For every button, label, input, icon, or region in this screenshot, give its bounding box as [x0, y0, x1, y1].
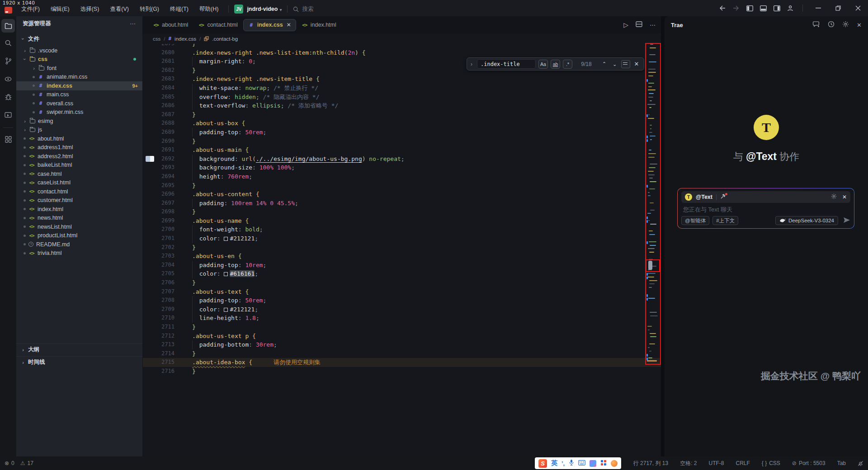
- source-control-icon[interactable]: [1, 53, 15, 69]
- account-icon[interactable]: [783, 0, 797, 16]
- eol-status[interactable]: CRLF: [736, 460, 750, 466]
- code-line-2692[interactable]: 2692 background: url(./../esimg/img/abou…: [143, 155, 661, 164]
- tab-status[interactable]: Tab: [837, 460, 846, 466]
- menu-终端[interactable]: 终端(T): [165, 4, 193, 14]
- breadcrumb-file[interactable]: index.css: [175, 36, 196, 42]
- chat-input-placeholder[interactable]: 您正在与 Text 聊天: [683, 206, 850, 214]
- tree-item-address2.html[interactable]: <>address2.html: [16, 152, 142, 161]
- chat-close-icon[interactable]: ✕: [842, 194, 847, 200]
- encoding-status[interactable]: UTF-8: [708, 460, 724, 466]
- code-line-2691[interactable]: 2691.about-us-main {: [143, 146, 661, 155]
- code-line-2690[interactable]: 2690}: [143, 137, 661, 146]
- code-line-2701[interactable]: 2701 color: #212121;: [143, 234, 661, 243]
- code-line-2716[interactable]: 2716}: [143, 367, 661, 376]
- errors-status[interactable]: ⊗0: [5, 460, 14, 466]
- editor-more-actions-icon[interactable]: ⋯: [650, 22, 656, 28]
- code-line-2700[interactable]: 2700 font-weight: bold;: [143, 225, 661, 234]
- tree-item-css[interactable]: ›css: [16, 55, 142, 64]
- code-line-2697[interactable]: 2697 padding: 100rem 14% 0 45.5%;: [143, 199, 661, 208]
- color-swatch[interactable]: [224, 308, 228, 312]
- tree-item-about.html[interactable]: <>about.html: [16, 134, 142, 143]
- find-previous-icon[interactable]: ⌃: [600, 61, 608, 67]
- code-line-2712[interactable]: 2712.about-us-text p {: [143, 332, 661, 341]
- toggle-secondary-sidebar-icon[interactable]: [770, 0, 783, 16]
- whole-word-button[interactable]: ab: [551, 60, 560, 69]
- tree-item-address1.html[interactable]: <>address1.html: [16, 143, 142, 152]
- tab-close-icon[interactable]: ✕: [287, 22, 291, 28]
- tree-item-newsList.html[interactable]: <>newsList.html: [16, 222, 142, 231]
- split-editor-icon[interactable]: [636, 21, 642, 28]
- remote-explorer-icon[interactable]: [1, 71, 15, 87]
- color-swatch[interactable]: [224, 237, 228, 241]
- tree-item-index.html[interactable]: <>index.html: [16, 205, 142, 214]
- tab-index.html[interactable]: <>index.html: [297, 19, 341, 31]
- code-line-2699[interactable]: 2699.about-us-name {: [143, 216, 661, 226]
- sogou-logo-icon[interactable]: S: [538, 459, 547, 468]
- code-line-2702[interactable]: 2702}: [143, 243, 661, 252]
- tree-item-customer.html[interactable]: <>customer.html: [16, 196, 142, 205]
- toggle-panel-icon[interactable]: [756, 0, 770, 16]
- code-line-2710[interactable]: 2710 line-height: 1.8;: [143, 314, 661, 323]
- explorer-icon[interactable]: [1, 19, 15, 33]
- breadcrumb-symbol[interactable]: .contact-bg: [212, 36, 238, 42]
- code-line-2683[interactable]: 2683.index-news-right .news-item-title {: [143, 75, 661, 84]
- regex-button[interactable]: .*: [563, 60, 572, 69]
- workspace-badge[interactable]: JV: [234, 5, 243, 14]
- match-case-button[interactable]: Aa: [538, 60, 548, 69]
- tree-item-baikeList.html[interactable]: <>baikeList.html: [16, 161, 142, 170]
- live-preview-icon[interactable]: [1, 108, 15, 123]
- tree-item-overall.css[interactable]: #overall.css: [16, 99, 142, 108]
- find-next-icon[interactable]: ⌃: [611, 61, 618, 67]
- ime-keyboard-icon[interactable]: [578, 460, 585, 467]
- tree-item-main.css[interactable]: #main.css: [16, 90, 142, 99]
- code-line-2709[interactable]: 2709 color: #212121;: [143, 305, 661, 314]
- run-button[interactable]: ▷: [623, 21, 628, 28]
- code-line-2685[interactable]: 2685 overflow: hidden; /* 隐藏溢出内容 */: [143, 93, 661, 102]
- cursor-position-status[interactable]: 行 2717, 列 13: [633, 460, 668, 467]
- sidebar-more-icon[interactable]: ⋯: [130, 20, 136, 27]
- menu-查看[interactable]: 查看(V): [105, 4, 133, 14]
- window-restore-button[interactable]: [828, 0, 848, 16]
- tree-item-contact.html[interactable]: <>contact.html: [16, 187, 142, 196]
- tree-item-js[interactable]: ›js: [16, 126, 142, 135]
- tree-item-caseList.html[interactable]: <>caseList.html: [16, 179, 142, 188]
- code-line-2695[interactable]: 2695}: [143, 181, 661, 190]
- window-minimize-button[interactable]: [808, 0, 828, 16]
- find-expand-icon[interactable]: ›: [469, 61, 474, 67]
- ime-punctuation-toggle[interactable]: ’,: [561, 460, 565, 467]
- code-line-2708[interactable]: 2708 padding-top: 50rem;: [143, 296, 661, 305]
- color-swatch[interactable]: [224, 272, 228, 276]
- warnings-status[interactable]: ⚠17: [20, 460, 33, 466]
- ime-mic-icon[interactable]: [569, 459, 574, 467]
- model-selector[interactable]: DeepSeek-V3-0324: [775, 216, 838, 225]
- code-line-2679[interactable]: 2679}: [143, 44, 661, 48]
- tree-item-swiper.min.css[interactable]: #swiper.min.css: [16, 108, 142, 117]
- breadcrumb-folder[interactable]: css: [153, 36, 160, 42]
- code-line-2688[interactable]: 2688.about-us-box {: [143, 119, 661, 128]
- code-viewport[interactable]: 2679}2680.index-news-right .news-list-it…: [143, 44, 661, 456]
- code-line-2686[interactable]: 2686 text-overflow: ellipsis; /* 添加省略号 *…: [143, 101, 661, 110]
- nav-back-button[interactable]: [716, 0, 729, 16]
- breadcrumb[interactable]: css / # index.css / .contact-bg: [143, 33, 661, 44]
- search-sidebar-icon[interactable]: [1, 35, 15, 51]
- tree-item-productList.html[interactable]: <>productList.html: [16, 231, 142, 240]
- ime-skin-icon[interactable]: [590, 460, 596, 467]
- extensions-icon[interactable]: [1, 132, 15, 147]
- code-line-2715[interactable]: 2715.about-idea-box { 请勿使用空规则集: [143, 358, 661, 367]
- files-section-header[interactable]: › 文件: [16, 33, 142, 44]
- code-line-2705[interactable]: 2705 color: #616161;: [143, 269, 661, 278]
- find-in-selection-icon[interactable]: [621, 60, 630, 68]
- port-status[interactable]: ⊘Port : 5503: [792, 460, 826, 466]
- find-input[interactable]: .index-title: [477, 59, 536, 69]
- outline-section-header[interactable]: › 大纲: [16, 343, 142, 355]
- agent-select-button[interactable]: @智能体: [681, 216, 709, 225]
- settings-gear-icon[interactable]: [842, 21, 849, 29]
- tree-item-.vscode[interactable]: ›.vscode: [16, 46, 142, 55]
- code-line-2704[interactable]: 2704 padding-top: 10rem;: [143, 261, 661, 270]
- tab-about.html[interactable]: <>about.html: [148, 19, 193, 31]
- notifications-muted-icon[interactable]: [858, 461, 863, 466]
- code-line-2689[interactable]: 2689 padding-top: 50rem;: [143, 128, 661, 137]
- tools-hammer-icon[interactable]: [720, 193, 726, 201]
- tab-index.css[interactable]: #index.css✕: [243, 19, 296, 31]
- close-panel-icon[interactable]: ✕: [857, 22, 862, 28]
